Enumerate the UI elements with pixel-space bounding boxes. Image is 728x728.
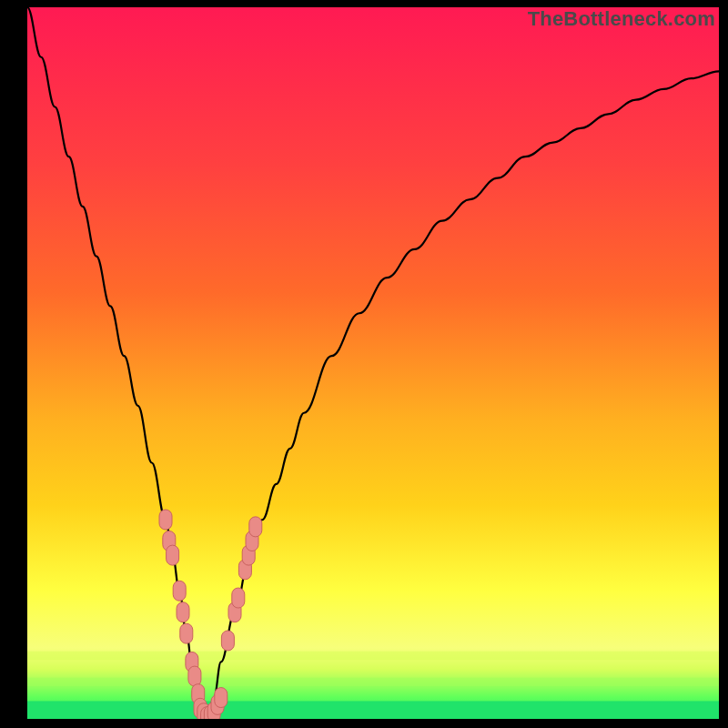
chart-plot-area <box>27 7 719 719</box>
sample-point-15 <box>215 688 228 708</box>
sample-point-5 <box>180 623 193 643</box>
band-2 <box>27 678 719 686</box>
watermark-text: TheBottleneck.com <box>528 7 715 31</box>
sample-point-22 <box>249 517 262 537</box>
sample-point-0 <box>159 510 172 530</box>
gradient-bg <box>27 7 719 719</box>
band-green <box>27 701 719 719</box>
sample-point-7 <box>188 666 201 686</box>
sample-point-16 <box>221 631 234 651</box>
sample-point-18 <box>232 588 245 608</box>
sample-point-3 <box>173 581 186 601</box>
band-1 <box>27 652 719 660</box>
chart-svg <box>27 7 719 719</box>
sample-point-4 <box>177 602 189 622</box>
chart-frame: TheBottleneck.com <box>0 0 728 728</box>
sample-point-2 <box>167 545 179 565</box>
